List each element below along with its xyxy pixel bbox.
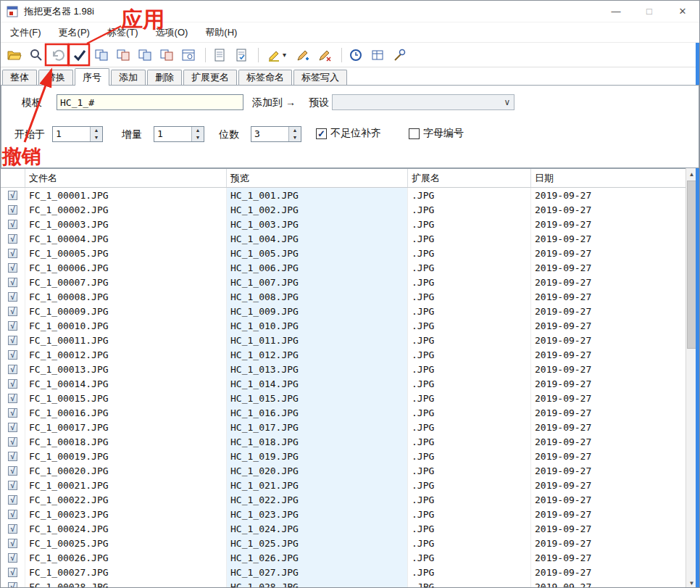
table-row[interactable]: √ FC_1_00018.JPG HC_1_018.JPG .JPG 2019-…	[1, 434, 697, 449]
spin-up-icon[interactable]: ▲	[289, 127, 301, 134]
row-checkbox[interactable]: √	[8, 539, 17, 548]
maximize-button[interactable]: □	[633, 1, 666, 22]
spin-down-icon[interactable]: ▼	[91, 134, 102, 141]
table-row[interactable]: √ FC_1_00003.JPG HC_1_003.JPG .JPG 2019-…	[1, 217, 697, 231]
table-row[interactable]: √ FC_1_00028.JPG HC_1_028.JPG .JPG 2019-…	[1, 579, 697, 588]
report-button[interactable]	[232, 46, 251, 65]
table-row[interactable]: √ FC_1_00025.JPG HC_1_025.JPG .JPG 2019-…	[1, 536, 697, 550]
spinner-buttons[interactable]: ▲▼	[90, 127, 102, 141]
row-checkbox[interactable]: √	[8, 466, 17, 476]
start-spinner[interactable]: 1 ▲▼	[52, 126, 103, 142]
menu-options[interactable]: 选项(O)	[149, 23, 195, 42]
table-row[interactable]: √ FC_1_00007.JPG HC_1_007.JPG .JPG 2019-…	[1, 275, 697, 289]
menu-help[interactable]: 帮助(H)	[199, 23, 243, 42]
rename-mode-1-button[interactable]	[92, 46, 111, 65]
digits-spinner[interactable]: 3 ▲▼	[251, 126, 301, 142]
row-checkbox[interactable]: √	[8, 205, 17, 215]
time-button[interactable]	[346, 46, 365, 65]
tab-tag-naming[interactable]: 标签命名	[238, 70, 292, 85]
table-row[interactable]: √ FC_1_00006.JPG HC_1_006.JPG .JPG 2019-…	[1, 260, 697, 275]
row-checkbox[interactable]: √	[8, 336, 17, 345]
apply-button[interactable]	[70, 46, 89, 65]
row-checkbox[interactable]: √	[8, 321, 17, 331]
row-checkbox[interactable]: √	[8, 350, 17, 360]
table-row[interactable]: √ FC_1_00015.JPG HC_1_015.JPG .JPG 2019-…	[1, 391, 697, 405]
row-checkbox[interactable]: √	[8, 220, 17, 229]
tab-sequence[interactable]: 序号	[75, 68, 109, 86]
tab-delete[interactable]: 删除	[147, 70, 182, 85]
tools-button[interactable]	[390, 46, 409, 65]
row-checkbox[interactable]: √	[8, 510, 17, 519]
column-header-preview[interactable]: 预览	[227, 169, 408, 187]
row-checkbox[interactable]: √	[8, 582, 17, 588]
table-row[interactable]: √ FC_1_00014.JPG HC_1_014.JPG .JPG 2019-…	[1, 376, 697, 391]
table-row[interactable]: √ FC_1_00004.JPG HC_1_004.JPG .JPG 2019-…	[1, 231, 697, 246]
table-row[interactable]: √ FC_1_00027.JPG HC_1_027.JPG .JPG 2019-…	[1, 565, 697, 579]
table-row[interactable]: √ FC_1_00013.JPG HC_1_013.JPG .JPG 2019-…	[1, 362, 697, 376]
undo-button[interactable]	[49, 46, 67, 65]
tag-remove-button[interactable]	[315, 46, 334, 65]
row-checkbox[interactable]: √	[8, 249, 17, 258]
table-row[interactable]: √ FC_1_00023.JPG HC_1_023.JPG .JPG 2019-…	[1, 507, 697, 521]
column-header-extension[interactable]: 扩展名	[408, 169, 531, 187]
spinner-buttons[interactable]: ▲▼	[191, 127, 204, 141]
row-checkbox[interactable]: √	[8, 365, 17, 374]
rename-mode-3-button[interactable]	[136, 46, 154, 65]
menu-file[interactable]: 文件(F)	[4, 23, 48, 42]
properties-button[interactable]	[368, 46, 387, 65]
alpha-numbering-checkbox[interactable]: 字母编号	[409, 127, 464, 140]
rename-mode-2-button[interactable]	[114, 46, 133, 65]
spin-down-icon[interactable]: ▼	[192, 134, 204, 141]
minimize-button[interactable]: —	[599, 1, 633, 22]
tag-edit-button[interactable]	[293, 46, 312, 65]
open-folder-button[interactable]	[5, 46, 24, 65]
spin-up-icon[interactable]: ▲	[192, 127, 204, 134]
template-input[interactable]	[57, 94, 243, 110]
row-checkbox[interactable]: √	[8, 481, 17, 490]
tab-add[interactable]: 添加	[111, 70, 146, 85]
table-row[interactable]: √ FC_1_00021.JPG HC_1_021.JPG .JPG 2019-…	[1, 478, 697, 492]
row-checkbox[interactable]: √	[8, 234, 17, 244]
table-row[interactable]: √ FC_1_00008.JPG HC_1_008.JPG .JPG 2019-…	[1, 289, 697, 304]
preview-files-button[interactable]	[179, 46, 198, 65]
tab-extension-rename[interactable]: 扩展更名	[183, 70, 237, 85]
increment-spinner[interactable]: 1 ▲▼	[154, 126, 204, 142]
rename-mode-4-button[interactable]	[157, 46, 176, 65]
search-button[interactable]	[27, 46, 46, 65]
table-row[interactable]: √ FC_1_00010.JPG HC_1_010.JPG .JPG 2019-…	[1, 318, 697, 333]
column-header-filename[interactable]: 文件名	[25, 169, 227, 187]
row-checkbox[interactable]: √	[8, 307, 17, 316]
table-row[interactable]: √ FC_1_00009.JPG HC_1_009.JPG .JPG 2019-…	[1, 304, 697, 318]
table-row[interactable]: √ FC_1_00005.JPG HC_1_005.JPG .JPG 2019-…	[1, 246, 697, 260]
row-checkbox[interactable]: √	[8, 495, 17, 505]
row-checkbox[interactable]: √	[8, 568, 17, 577]
row-checkbox[interactable]: √	[8, 452, 17, 461]
tab-tag-write[interactable]: 标签写入	[293, 70, 347, 85]
row-checkbox[interactable]: √	[8, 191, 17, 200]
table-row[interactable]: √ FC_1_00019.JPG HC_1_019.JPG .JPG 2019-…	[1, 449, 697, 463]
menu-rename[interactable]: 更名(P)	[52, 23, 96, 42]
row-checkbox[interactable]: √	[8, 408, 17, 418]
row-checkbox[interactable]: √	[8, 423, 17, 432]
file-list-button[interactable]	[210, 46, 229, 65]
table-row[interactable]: √ FC_1_00012.JPG HC_1_012.JPG .JPG 2019-…	[1, 347, 697, 362]
preset-dropdown[interactable]: ∨	[332, 94, 514, 110]
row-checkbox[interactable]: √	[8, 379, 17, 389]
row-checkbox[interactable]: √	[8, 394, 17, 403]
table-row[interactable]: √ FC_1_00022.JPG HC_1_022.JPG .JPG 2019-…	[1, 492, 697, 507]
tab-replace[interactable]: 替换	[38, 70, 73, 85]
row-checkbox[interactable]: √	[8, 278, 17, 287]
menu-tags[interactable]: 标签(T)	[101, 23, 145, 42]
table-row[interactable]: √ FC_1_00011.JPG HC_1_011.JPG .JPG 2019-…	[1, 333, 697, 347]
column-header-check[interactable]	[1, 169, 25, 187]
table-row[interactable]: √ FC_1_00016.JPG HC_1_016.JPG .JPG 2019-…	[1, 405, 697, 420]
row-checkbox[interactable]: √	[8, 263, 17, 273]
tab-whole[interactable]: 整体	[2, 70, 37, 85]
row-checkbox[interactable]: √	[8, 437, 17, 447]
row-checkbox[interactable]: √	[8, 553, 17, 563]
row-checkbox[interactable]: √	[8, 524, 17, 534]
highlighter-dropdown-button[interactable]: ▾	[263, 46, 291, 65]
table-row[interactable]: √ FC_1_00020.JPG HC_1_020.JPG .JPG 2019-…	[1, 463, 697, 478]
column-header-date[interactable]: 日期	[531, 169, 686, 187]
close-button[interactable]: ✕	[666, 1, 699, 22]
